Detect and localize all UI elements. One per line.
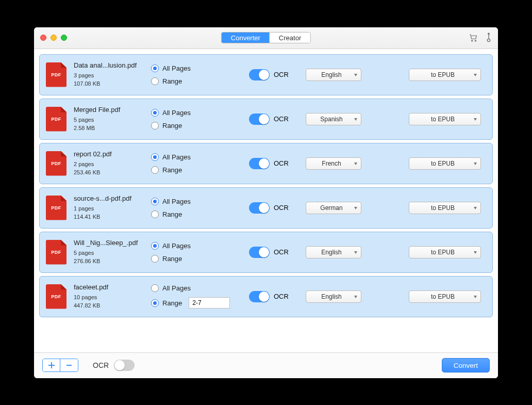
page-selection: All Pages Range: [151, 153, 249, 174]
file-size: 253.46 KB: [74, 168, 151, 176]
file-size: 114.41 KB: [74, 213, 151, 221]
file-row[interactable]: PDF report 02.pdf 2 pages 253.46 KB All …: [39, 143, 493, 184]
ocr-label: OCR: [274, 71, 289, 78]
add-button[interactable]: [43, 359, 60, 371]
radio-range[interactable]: [151, 299, 159, 307]
file-size: 107.08 KB: [74, 79, 151, 88]
file-name: faceleet.pdf: [74, 283, 151, 291]
thermometer-icon[interactable]: [486, 33, 492, 43]
ocr-label: OCR: [274, 159, 289, 167]
file-pages: 2 pages: [74, 160, 151, 168]
ocr-label: OCR: [274, 115, 289, 123]
zoom-icon[interactable]: [61, 35, 67, 41]
file-name: source-s...d-pdf.pdf: [74, 195, 151, 202]
ocr-toggle[interactable]: [249, 69, 270, 80]
all-pages-label: All Pages: [162, 64, 191, 72]
file-meta: Data anal...lusion.pdf 3 pages 107.08 KB: [74, 61, 151, 88]
tab-creator[interactable]: Creator: [270, 33, 310, 43]
range-label: Range: [162, 77, 182, 85]
window-controls: [40, 35, 67, 41]
pdf-icon: PDF: [46, 240, 66, 265]
ocr-toggle[interactable]: [249, 114, 270, 125]
range-label: Range: [162, 299, 182, 307]
file-row[interactable]: PDF source-s...d-pdf.pdf 1 pages 114.41 …: [39, 187, 493, 229]
svg-point-2: [487, 39, 490, 41]
footer-ocr-toggle[interactable]: [114, 360, 135, 371]
ocr-toggle[interactable]: [249, 202, 270, 214]
format-dropdown[interactable]: to EPUB: [409, 69, 481, 81]
radio-range[interactable]: [151, 77, 159, 85]
app-window: Converter Creator PDF Data anal...lusion…: [34, 27, 498, 378]
file-pages: 3 pages: [74, 71, 151, 79]
file-name: Data anal...lusion.pdf: [74, 61, 151, 69]
file-meta: faceleet.pdf 10 pages 447.82 KB: [74, 283, 151, 310]
add-remove-group: [42, 359, 78, 372]
range-label: Range: [162, 166, 182, 174]
range-input[interactable]: [189, 297, 230, 309]
cart-icon[interactable]: [468, 33, 478, 43]
radio-all-pages[interactable]: [151, 64, 159, 72]
ocr-toggle[interactable]: [249, 291, 270, 302]
file-row[interactable]: PDF Data anal...lusion.pdf 3 pages 107.0…: [39, 54, 493, 95]
radio-range[interactable]: [151, 255, 159, 263]
pdf-icon: PDF: [46, 107, 66, 132]
svg-point-1: [475, 40, 476, 41]
ocr-label: OCR: [274, 248, 289, 256]
radio-all-pages[interactable]: [151, 198, 159, 205]
tab-converter[interactable]: Converter: [222, 33, 270, 43]
all-pages-label: All Pages: [162, 198, 191, 205]
file-row[interactable]: PDF Will _Nig...Sleep_.pdf 5 pages 276.8…: [39, 232, 493, 273]
format-dropdown[interactable]: to EPUB: [409, 202, 481, 214]
svg-point-0: [472, 40, 473, 41]
file-pages: 1 pages: [74, 204, 151, 213]
remove-button[interactable]: [60, 359, 78, 371]
all-pages-label: All Pages: [162, 153, 191, 161]
language-dropdown[interactable]: Spanish: [306, 113, 361, 125]
ocr-toggle[interactable]: [249, 247, 270, 258]
radio-range[interactable]: [151, 210, 159, 218]
file-list: PDF Data anal...lusion.pdf 3 pages 107.0…: [34, 49, 498, 352]
file-name: report 02.pdf: [74, 150, 151, 158]
language-dropdown[interactable]: German: [306, 202, 361, 214]
close-icon[interactable]: [40, 35, 46, 41]
ocr-toggle[interactable]: [249, 158, 270, 169]
footer-ocr-label: OCR: [93, 361, 109, 369]
file-row[interactable]: PDF Merged File.pdf 5 pages 2.58 MB All …: [39, 99, 493, 140]
radio-range[interactable]: [151, 166, 159, 174]
footer: OCR Convert: [34, 352, 498, 378]
file-meta: report 02.pdf 2 pages 253.46 KB: [74, 150, 151, 176]
pdf-icon: PDF: [46, 284, 66, 309]
radio-all-pages[interactable]: [151, 284, 159, 292]
titlebar: Converter Creator: [34, 27, 498, 49]
mode-segmented: Converter Creator: [221, 32, 311, 43]
file-size: 447.82 KB: [74, 301, 151, 310]
radio-all-pages[interactable]: [151, 242, 159, 250]
all-pages-label: All Pages: [162, 284, 191, 292]
all-pages-label: All Pages: [162, 109, 191, 117]
language-dropdown[interactable]: French: [306, 157, 361, 170]
file-row[interactable]: PDF faceleet.pdf 10 pages 447.82 KB All …: [39, 276, 493, 317]
minimize-icon[interactable]: [51, 35, 57, 41]
page-selection: All Pages Range: [151, 109, 249, 129]
range-label: Range: [162, 210, 182, 218]
language-dropdown[interactable]: English: [306, 246, 361, 258]
pdf-icon: PDF: [46, 196, 66, 220]
radio-range[interactable]: [151, 122, 159, 129]
format-dropdown[interactable]: to EPUB: [409, 113, 481, 125]
ocr-label: OCR: [274, 293, 289, 300]
format-dropdown[interactable]: to EPUB: [409, 290, 481, 303]
range-label: Range: [162, 255, 182, 263]
file-pages: 5 pages: [74, 249, 151, 257]
convert-button[interactable]: Convert: [442, 358, 490, 372]
format-dropdown[interactable]: to EPUB: [409, 157, 481, 170]
page-selection: All Pages Range: [151, 284, 249, 309]
language-dropdown[interactable]: English: [306, 290, 361, 303]
language-dropdown[interactable]: English: [306, 69, 361, 81]
file-size: 276.86 KB: [74, 257, 151, 265]
file-meta: Merged File.pdf 5 pages 2.58 MB: [74, 106, 151, 132]
radio-all-pages[interactable]: [151, 109, 159, 117]
pdf-icon: PDF: [46, 62, 66, 87]
radio-all-pages[interactable]: [151, 153, 159, 161]
file-name: Merged File.pdf: [74, 106, 151, 114]
format-dropdown[interactable]: to EPUB: [409, 246, 481, 258]
